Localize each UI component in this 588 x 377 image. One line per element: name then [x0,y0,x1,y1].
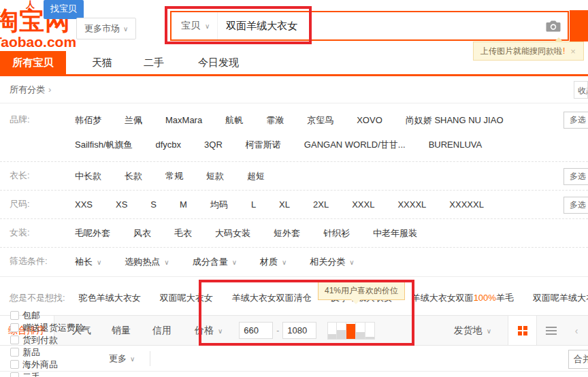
filter-dropdown[interactable]: 选购热点∨ [125,255,169,269]
checkbox-新品[interactable]: 新品 [10,346,84,359]
filter-option[interactable]: MaxMara [165,114,202,127]
price-histogram[interactable] [327,322,375,340]
nav-tab-all-items[interactable]: 所有宝贝 [0,51,66,74]
tooltip-text: 上传图片就能搜同款啦 [480,46,562,57]
checkbox-icon [10,311,19,320]
filter-option[interactable]: XL [279,198,290,212]
find-treasure-tab[interactable]: 找宝贝 [44,0,84,19]
filter-dropdown[interactable]: 相关分类∨ [310,255,354,269]
grid-view-icon [518,326,527,335]
filter-options: 中长款长款常规短款超短 [75,169,558,183]
filter-option[interactable]: 短款 [206,169,224,183]
filter-option[interactable]: 柯雷斯诺 [246,138,281,152]
search-button[interactable] [570,10,588,42]
sort-tab-sales[interactable]: 销量 [112,325,131,337]
filter-option[interactable]: XS [116,198,127,212]
filter-option[interactable]: XXXL [352,198,374,212]
chevron-down-icon: ∨ [97,259,101,266]
price-range-dash: - [276,326,279,335]
filter-option[interactable]: 短外套 [274,227,300,240]
filter-option[interactable]: BURENLUVA [429,138,483,152]
suggestion-link[interactable]: 双面呢羊绒大衣 [533,293,588,303]
filter-option[interactable]: 中老年服装 [373,227,417,240]
filter-option[interactable]: 兰佩 [125,114,142,127]
filter-option[interactable]: 超短 [247,169,265,183]
merge-same-button[interactable]: 合并同款 [568,350,588,369]
pager-prev-button[interactable]: ‹ [565,316,588,345]
filter-dropdown[interactable]: 成分含量∨ [193,255,237,269]
search-category-dropdown[interactable]: 宝贝∨ [172,12,218,39]
nav-tab-secondhand[interactable]: 二手 [144,51,164,74]
filter-line: 袖长∨选购热点∨成分含量∨材质∨相关分类∨ [75,255,558,269]
filter-option[interactable]: S [150,198,157,212]
filter-options: XXSXSSM均码LXL2XLXXXLXXXXLXXXXXL [75,197,558,212]
price-min-input[interactable] [239,322,273,339]
filter-dropdown[interactable]: 材质∨ [260,255,287,269]
histogram-bar[interactable] [356,322,365,340]
more-markets-button[interactable]: 更多市场∨ [76,18,136,39]
histogram-bar[interactable] [327,322,337,340]
checkbox-包邮[interactable]: 包邮 [10,310,84,322]
filter-dropdown[interactable]: 袖长∨ [75,255,101,269]
histogram-bar[interactable] [337,322,346,340]
filter-option[interactable]: 霏潋 [266,114,284,127]
filter-option[interactable]: 风衣 [133,227,151,240]
filter-option[interactable]: XXXXXL [449,198,484,212]
checkbox-货到付款[interactable]: 货到付款 [10,334,84,346]
filter-option[interactable]: dfycbx [156,138,182,152]
multi-select-button[interactable]: 多选 [564,197,588,214]
logo-text-en: Taobao.com [0,35,76,49]
checkbox-赠送退货运费险[interactable]: 赠送退货运费险 [10,322,84,334]
multi-select-button[interactable]: 多选 [564,112,588,129]
filter-option[interactable]: XXS [75,198,93,212]
filter-option[interactable]: 韩佰梦 [75,114,101,127]
nav-tab-tmall[interactable]: 天猫 [92,51,112,74]
multi-select-button[interactable]: 多选 [564,168,588,185]
filter-option[interactable]: 均码 [210,198,228,212]
filter-option[interactable]: M [180,198,187,212]
camera-icon[interactable] [546,20,561,32]
search-input[interactable] [218,20,546,32]
filter-label: 尺码: [10,197,75,212]
filter-option[interactable]: 毛衣 [174,227,192,240]
filter-options: 毛呢外套风衣毛衣大码女装短外套针织衫中老年服装 [75,226,558,240]
filter-option[interactable]: 大码女装 [215,227,250,240]
suggestion-link[interactable]: 驼色羊绒大衣女 [79,293,141,303]
filter-row: 女装:毛呢外套风衣毛衣大码女装短外套针织衫中老年服装 [0,219,588,248]
filter-option[interactable]: 尚奴娇 SHANG NU JIAO [406,114,504,127]
collapse-filters-button[interactable]: 收起 [574,81,588,99]
ship-from-label: 发货地 [454,325,483,335]
ship-from-dropdown[interactable]: 发货地∨ [454,325,491,337]
filter-option[interactable]: 针织衫 [323,227,350,240]
filter-option[interactable]: 京玺鸟 [307,114,333,127]
suggestion-link[interactable]: 羊绒大衣女双面100%羊毛 [412,293,514,303]
histogram-bar[interactable] [346,322,356,340]
filter-option[interactable]: 中长款 [75,169,101,183]
filter-option[interactable]: XXXXL [397,198,426,212]
filter-option[interactable]: 常规 [165,169,183,183]
checkbox-海外商品[interactable]: 海外商品 [10,359,84,371]
filter-option[interactable]: XOVO [357,114,382,127]
grid-view-button[interactable] [508,316,536,345]
breadcrumb[interactable]: 所有分类› [10,84,51,96]
suggestion-link[interactable]: 双面呢大衣女 [160,293,213,303]
histogram-bar[interactable] [365,322,375,340]
filter-option[interactable]: Sailfish/帆旗鱼 [75,138,133,152]
more-dropdown[interactable]: 更多∨ [109,353,135,365]
nav-tab-today-discover[interactable]: 今日发现 [198,51,239,74]
suggestion-link[interactable]: 羊绒大衣女双面清仓 [232,293,312,303]
filter-option[interactable]: 毛呢外套 [75,227,110,240]
price-max-input[interactable] [282,322,316,339]
filter-options: 韩佰梦兰佩MaxMara航帆霏潋京玺鸟XOVO尚奴娇 SHANG NU JIAO… [75,113,558,152]
filter-option[interactable]: 航帆 [225,114,243,127]
filter-option[interactable]: 3QR [204,138,223,152]
filter-option[interactable]: L [251,198,256,212]
close-icon[interactable]: × [570,46,576,56]
checkbox-label: 海外商品 [22,359,58,371]
list-view-button[interactable] [536,316,565,345]
sort-tab-credit[interactable]: 信用 [152,325,172,337]
price-sort-dropdown[interactable]: 价格∨ [195,325,223,337]
filter-option[interactable]: GANGAN WORLD/甘甘... [304,138,406,152]
filter-option[interactable]: 长款 [125,169,142,183]
filter-option[interactable]: 2XL [313,198,329,212]
